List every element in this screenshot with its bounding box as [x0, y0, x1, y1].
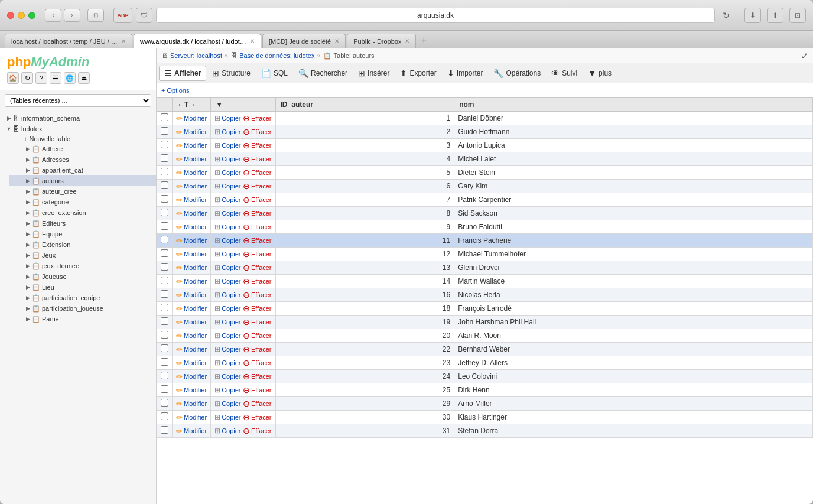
pma-settings-icon[interactable]: ☰: [50, 72, 61, 84]
effacer-link[interactable]: Effacer: [251, 427, 272, 434]
toolbar-btn-rechercher[interactable]: 🔍 Rechercher: [294, 66, 352, 80]
download-button[interactable]: ⬇: [744, 8, 761, 23]
header-nom[interactable]: nom: [454, 98, 813, 112]
pma-refresh-icon[interactable]: ↻: [21, 72, 33, 84]
effacer-link[interactable]: Effacer: [251, 278, 272, 285]
modifier-link[interactable]: Modifier: [184, 427, 207, 434]
breadcrumb-server[interactable]: Serveur: localhost: [170, 52, 222, 59]
sidebar-item-editeurs[interactable]: ▶ 📋 Editeurs: [9, 218, 156, 229]
modifier-link[interactable]: Modifier: [184, 251, 207, 258]
row-checkbox[interactable]: [161, 127, 168, 135]
copier-link[interactable]: Copier: [222, 115, 240, 122]
options-bar[interactable]: + Options: [157, 83, 813, 97]
copier-link[interactable]: Copier: [222, 373, 240, 380]
recent-tables-dropdown[interactable]: (Tables récentes) ...: [5, 94, 151, 107]
pma-help-icon[interactable]: ?: [35, 72, 47, 84]
sidebar-item-categorie[interactable]: ▶ 📋 categorie: [9, 197, 156, 207]
copier-link[interactable]: Copier: [222, 128, 240, 135]
header-id-auteur[interactable]: ID_auteur: [275, 98, 454, 112]
copier-link[interactable]: Copier: [222, 251, 240, 258]
breadcrumb-db[interactable]: Base de données: ludotex: [239, 52, 314, 59]
modifier-link[interactable]: Modifier: [184, 142, 207, 149]
modifier-link[interactable]: Modifier: [184, 305, 207, 312]
modifier-link[interactable]: Modifier: [184, 386, 207, 394]
modifier-link[interactable]: Modifier: [184, 291, 207, 298]
effacer-link[interactable]: Effacer: [251, 332, 272, 339]
tab-1-close[interactable]: ✕: [250, 38, 255, 44]
sidebar-item-extension[interactable]: ▶ 📋 Extension: [9, 239, 156, 250]
sidebar-item-jeux-donnee[interactable]: ▶ 📋 jeux_donnee: [9, 261, 156, 271]
row-checkbox[interactable]: [161, 181, 168, 189]
modifier-link[interactable]: Modifier: [184, 400, 207, 407]
row-checkbox[interactable]: [161, 236, 168, 243]
effacer-link[interactable]: Effacer: [251, 251, 272, 258]
sidebar-toggle-button[interactable]: ⊡: [87, 9, 104, 22]
close-button[interactable]: [7, 12, 14, 19]
sidebar-item-cree-extension[interactable]: ▶ 📋 cree_extension: [9, 207, 156, 218]
effacer-link[interactable]: Effacer: [251, 169, 272, 176]
row-checkbox[interactable]: [161, 154, 168, 162]
copier-link[interactable]: Copier: [222, 427, 240, 434]
row-checkbox[interactable]: [161, 168, 168, 175]
modifier-link[interactable]: Modifier: [184, 183, 207, 190]
copier-link[interactable]: Copier: [222, 264, 240, 271]
effacer-link[interactable]: Effacer: [251, 196, 272, 203]
tab-3[interactable]: Public - Dropbox ✕: [347, 34, 416, 48]
sidebar-item-partie[interactable]: ▶ 📋 Partie: [9, 314, 156, 324]
effacer-link[interactable]: Effacer: [251, 115, 272, 122]
toolbar-btn-afficher[interactable]: ☰ Afficher: [159, 66, 206, 81]
effacer-link[interactable]: Effacer: [251, 237, 272, 244]
modifier-link[interactable]: Modifier: [184, 264, 207, 271]
tab-0[interactable]: localhost / localhost / temp / JEU / php…: [5, 34, 132, 48]
row-checkbox[interactable]: [161, 222, 168, 230]
modifier-link[interactable]: Modifier: [184, 346, 207, 353]
toolbar-btn-structure[interactable]: ⊞ Structure: [207, 66, 255, 80]
add-tab-button[interactable]: ⊡: [789, 8, 806, 23]
row-checkbox[interactable]: [161, 426, 168, 434]
effacer-link[interactable]: Effacer: [251, 291, 272, 298]
header-arrows[interactable]: ←T→: [173, 98, 211, 112]
tab-3-close[interactable]: ✕: [405, 38, 409, 44]
row-checkbox[interactable]: [161, 317, 168, 325]
header-sort[interactable]: ▼: [211, 98, 275, 112]
effacer-link[interactable]: Effacer: [251, 142, 272, 149]
copier-link[interactable]: Copier: [222, 318, 240, 326]
modifier-link[interactable]: Modifier: [184, 155, 207, 162]
sidebar-item-appartient-cat[interactable]: ▶ 📋 appartient_cat: [9, 165, 156, 175]
sidebar-item-nouvelle-table[interactable]: + Nouvelle table: [9, 134, 156, 144]
copier-link[interactable]: Copier: [222, 155, 240, 162]
copier-link[interactable]: Copier: [222, 305, 240, 312]
db-select[interactable]: (Tables récentes) ...: [5, 94, 151, 107]
modifier-link[interactable]: Modifier: [184, 115, 207, 122]
sidebar-item-ludotex[interactable]: ▼ 🗄 ludotex: [0, 123, 156, 134]
row-checkbox[interactable]: [161, 277, 168, 284]
shield-button[interactable]: 🛡: [136, 8, 152, 23]
copier-link[interactable]: Copier: [222, 386, 240, 394]
copier-link[interactable]: Copier: [222, 169, 240, 176]
copier-link[interactable]: Copier: [222, 223, 240, 230]
row-checkbox[interactable]: [161, 358, 168, 366]
toolbar-btn-exporter[interactable]: ⬆ Exporter: [395, 66, 441, 80]
row-checkbox[interactable]: [161, 304, 168, 311]
modifier-link[interactable]: Modifier: [184, 128, 207, 135]
row-checkbox[interactable]: [161, 290, 168, 298]
back-button[interactable]: ‹: [45, 9, 61, 22]
sidebar-item-auteurs[interactable]: ▶ 📋 auteurs: [9, 175, 156, 186]
effacer-link[interactable]: Effacer: [251, 155, 272, 162]
toolbar-btn-operations[interactable]: 🔧 Opérations: [489, 66, 545, 80]
modifier-link[interactable]: Modifier: [184, 278, 207, 285]
effacer-link[interactable]: Effacer: [251, 373, 272, 380]
pma-exit-icon[interactable]: ⏏: [78, 72, 90, 84]
copier-link[interactable]: Copier: [222, 400, 240, 407]
copier-link[interactable]: Copier: [222, 359, 240, 366]
effacer-link[interactable]: Effacer: [251, 359, 272, 366]
copier-link[interactable]: Copier: [222, 196, 240, 203]
breadcrumb-collapse-icon[interactable]: ⤢: [801, 51, 808, 60]
effacer-link[interactable]: Effacer: [251, 346, 272, 353]
modifier-link[interactable]: Modifier: [184, 414, 207, 421]
row-checkbox[interactable]: [161, 344, 168, 352]
sidebar-item-participation-equipe[interactable]: ▶ 📋 participation_equipe: [9, 292, 156, 303]
tab-2-close[interactable]: ✕: [334, 38, 339, 44]
pma-globe-icon[interactable]: 🌐: [64, 72, 76, 84]
copier-link[interactable]: Copier: [222, 278, 240, 285]
